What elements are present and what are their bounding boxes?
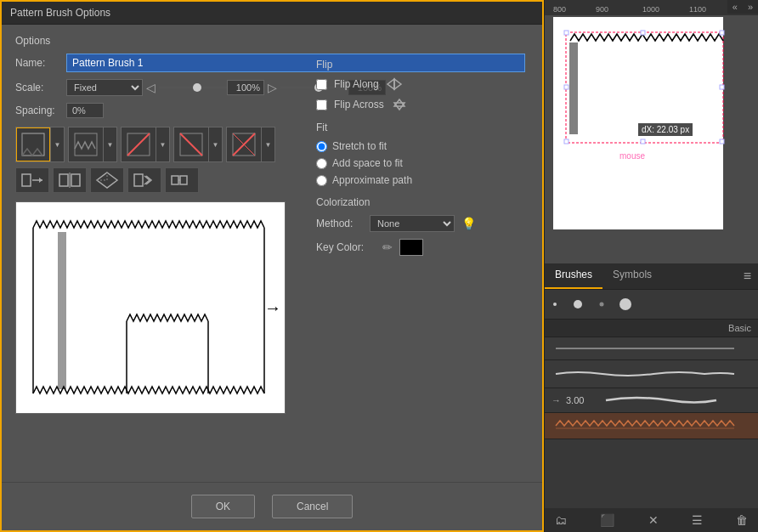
scale-slider[interactable] bbox=[159, 81, 227, 94]
svg-marker-26 bbox=[394, 79, 401, 89]
cancel-button[interactable]: Cancel bbox=[272, 495, 353, 518]
svg-rect-38 bbox=[564, 85, 568, 89]
tile-dropdown-1[interactable]: ▼ bbox=[50, 127, 64, 161]
scale-arrow-left-icon: ◁ bbox=[146, 81, 156, 94]
svg-line-6 bbox=[180, 133, 202, 156]
svg-rect-39 bbox=[720, 85, 724, 89]
tile-btn-2[interactable] bbox=[69, 127, 103, 161]
transform-tile-5[interactable] bbox=[165, 167, 199, 193]
ruler-mark-900: 900 bbox=[596, 5, 608, 14]
brush-stroke-medium[interactable] bbox=[545, 360, 758, 388]
flip-across-checkbox[interactable] bbox=[316, 99, 327, 110]
svg-rect-42 bbox=[720, 139, 724, 144]
eyedropper-icon[interactable]: ✏ bbox=[382, 241, 393, 254]
tile-dropdown-5[interactable]: ▼ bbox=[261, 127, 274, 161]
key-color-label: Key Color: bbox=[316, 241, 376, 253]
brushes-menu-icon[interactable]: ≡ bbox=[737, 263, 758, 289]
svg-rect-41 bbox=[641, 139, 645, 144]
tile-btn-3[interactable] bbox=[122, 127, 156, 161]
footer-library-icon[interactable]: 🗂 bbox=[552, 512, 570, 529]
svg-point-45 bbox=[600, 303, 604, 307]
fit-title: Fit bbox=[316, 122, 520, 133]
addspace-radio[interactable] bbox=[316, 158, 327, 169]
method-select[interactable]: None Tints Tints and Shades Hue Shift bbox=[370, 215, 455, 232]
spacing-input[interactable] bbox=[66, 103, 104, 118]
svg-line-4 bbox=[127, 133, 150, 156]
svg-rect-14 bbox=[71, 174, 80, 186]
tile-dropdown-2[interactable]: ▼ bbox=[103, 127, 116, 161]
footer-delete-icon[interactable]: ✕ bbox=[645, 512, 662, 529]
scale-select[interactable]: Fixed Proportional bbox=[66, 79, 143, 96]
brush-dot-medium[interactable] bbox=[570, 297, 585, 312]
flip-along-icon bbox=[386, 77, 403, 91]
ruler-mark-800: 800 bbox=[553, 5, 566, 14]
svg-rect-10 bbox=[22, 174, 31, 186]
expand-icon[interactable]: » bbox=[743, 0, 758, 14]
brushes-tabs: Brushes Symbols ≡ bbox=[545, 263, 758, 290]
canvas-area: 800 900 1000 1100 bbox=[545, 0, 758, 263]
spacing-label: Spacing: bbox=[15, 105, 66, 116]
tile-btn-1[interactable] bbox=[16, 127, 50, 161]
brush-stroke-thin[interactable] bbox=[545, 337, 758, 360]
transform-tile-1[interactable] bbox=[15, 167, 49, 193]
svg-rect-34 bbox=[566, 32, 723, 143]
ok-button[interactable]: OK bbox=[191, 495, 255, 518]
flip-across-label: Flip Across bbox=[334, 99, 384, 110]
lightbulb-icon[interactable]: 💡 bbox=[461, 217, 476, 230]
flip-across-icon bbox=[391, 98, 408, 111]
brush-dot-small2[interactable] bbox=[596, 298, 608, 310]
transform-tile-3[interactable] bbox=[90, 167, 124, 193]
approxpath-radio[interactable] bbox=[316, 175, 327, 186]
footer-new-icon[interactable]: ⬛ bbox=[597, 512, 618, 529]
canvas-pattern-svg bbox=[553, 15, 740, 236]
footer-options-icon[interactable]: ☰ bbox=[688, 512, 706, 529]
scale-arrow-right-icon: ▷ bbox=[268, 81, 277, 94]
brushes-panel: Brushes Symbols ≡ Basic bbox=[545, 263, 758, 532]
brush-dot-large[interactable] bbox=[618, 297, 633, 312]
tile-dropdown-3[interactable]: ▼ bbox=[156, 127, 169, 161]
scale-pct-input[interactable] bbox=[227, 80, 264, 95]
right-panel: Flip Flip Along Flip Across bbox=[316, 48, 520, 256]
name-label: Name: bbox=[15, 57, 66, 69]
transform-tile-4[interactable] bbox=[127, 167, 161, 193]
stretch-radio[interactable] bbox=[316, 141, 327, 152]
ruler-mark-1000: 1000 bbox=[642, 5, 659, 14]
svg-point-44 bbox=[574, 300, 582, 308]
tile-group-3: ▼ bbox=[121, 127, 170, 162]
collapse-left-icon[interactable]: « bbox=[727, 0, 743, 14]
tile-group-4: ▼ bbox=[173, 127, 223, 162]
svg-rect-17 bbox=[172, 176, 178, 184]
footer-trash-icon[interactable]: 🗑 bbox=[733, 512, 751, 529]
tile-dropdown-4[interactable]: ▼ bbox=[208, 127, 222, 161]
dialog-body: Options Name: Scale: Fixed Proportional … bbox=[2, 25, 542, 482]
brush-pattern-row[interactable] bbox=[545, 413, 758, 439]
flip-along-checkbox[interactable] bbox=[316, 79, 327, 90]
flip-across-row: Flip Across bbox=[316, 98, 520, 111]
approxpath-label: Approximate path bbox=[332, 174, 412, 186]
tab-symbols[interactable]: Symbols bbox=[602, 263, 662, 289]
svg-rect-35 bbox=[564, 31, 568, 35]
svg-rect-12 bbox=[59, 174, 68, 186]
pattern-brush-dialog: Pattern Brush Options Options Name: Scal… bbox=[0, 0, 544, 532]
brush-dot-small[interactable] bbox=[550, 299, 560, 309]
colorization-title: Colorization bbox=[316, 196, 520, 208]
tile-btn-5[interactable] bbox=[227, 127, 261, 161]
options-section-label: Options bbox=[15, 35, 529, 47]
stretch-label: Stretch to fit bbox=[332, 140, 387, 152]
brush-size-row[interactable]: → 3.00 bbox=[545, 388, 758, 413]
flip-along-label: Flip Along bbox=[334, 78, 379, 90]
svg-rect-36 bbox=[641, 31, 645, 35]
addspace-row: Add space to fit bbox=[316, 157, 520, 169]
key-color-swatch[interactable] bbox=[399, 239, 423, 256]
addspace-label: Add space to fit bbox=[332, 157, 403, 169]
basic-section-label: Basic bbox=[545, 320, 758, 337]
tile-group-1: ▼ bbox=[15, 127, 65, 162]
tab-brushes[interactable]: Brushes bbox=[545, 263, 602, 289]
stretch-row: Stretch to fit bbox=[316, 140, 520, 152]
flip-along-row: Flip Along bbox=[316, 77, 520, 91]
brush-size-value: 3.00 bbox=[566, 395, 597, 405]
transform-tile-2[interactable] bbox=[53, 167, 87, 193]
preview-arrow: → bbox=[264, 298, 281, 318]
preview-area: → bbox=[15, 201, 286, 414]
tile-btn-4[interactable] bbox=[174, 127, 208, 161]
